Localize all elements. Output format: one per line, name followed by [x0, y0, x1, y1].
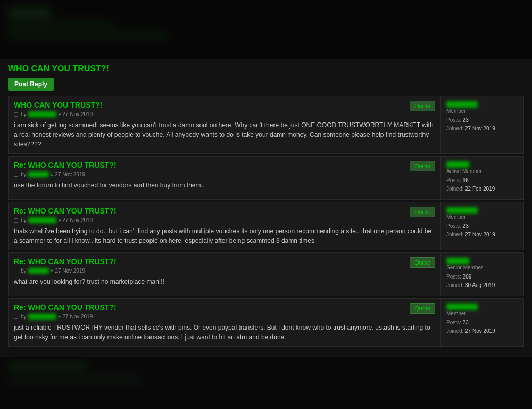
user-stats: Posts: 23 Joined: 27 Nov 2019: [446, 116, 518, 133]
page-title: WHO CAN YOU TRUST?!: [8, 64, 524, 73]
user-stats: Posts: 209 Joined: 30 Aug 2019: [446, 273, 518, 290]
posts-stat: Posts: 23: [446, 116, 518, 125]
author-username: ███████: [446, 207, 478, 214]
posts-stat: Posts: 23: [446, 318, 518, 327]
joined-date: 27 Nov 2019: [465, 126, 495, 132]
quote-button[interactable]: Quote: [410, 161, 435, 171]
user-role: Active Member: [446, 168, 518, 174]
post-meta: by █████ » 27 Nov 2019: [14, 268, 410, 274]
post-meta: by █████ » 27 Nov 2019: [14, 171, 410, 177]
date-separator: » 27 Nov 2019: [58, 217, 93, 223]
posts-stat: Posts: 66: [446, 176, 518, 185]
post-meta: by ███████ » 27 Nov 2019: [14, 111, 410, 117]
post-sidebar: ███████ Member Posts: 23 Joined: 27 Nov …: [441, 96, 523, 153]
joined-date: 22 Feb 2019: [465, 186, 495, 192]
post-content: use the forum to find vouched for vendor…: [14, 181, 435, 190]
post-author: ███████: [28, 217, 57, 223]
posts-count: 66: [463, 177, 469, 183]
post-item: Re: WHO CAN YOU TRUST?! by ███████ » 27 …: [8, 202, 524, 250]
quote-icon: [14, 315, 18, 319]
post-reply-button[interactable]: Post Reply: [8, 78, 54, 91]
post-meta: by ███████ » 27 Nov 2019: [14, 314, 410, 320]
post-title: Re: WHO CAN YOU TRUST?!: [14, 303, 410, 312]
quote-icon: [14, 173, 18, 177]
author-username: █████: [446, 258, 469, 264]
posts-stat: Posts: 209: [446, 273, 518, 281]
post-body: Re: WHO CAN YOU TRUST?! by █████ » 27 No…: [9, 253, 441, 296]
post-content: i am sick of getting scammed! seems like…: [14, 120, 435, 149]
post-item: WHO CAN YOU TRUST?! by ███████ » 27 Nov …: [8, 96, 524, 154]
joined-date: 30 Aug 2019: [465, 282, 495, 288]
post-sidebar: ███████ Member Posts: 23 Joined: 27 Nov …: [441, 299, 523, 346]
user-stats: Posts: 23 Joined: 27 Nov 2019: [446, 318, 518, 336]
post-author: ███████: [28, 111, 57, 117]
quote-button[interactable]: Quote: [410, 207, 435, 217]
quote-button[interactable]: Quote: [410, 101, 435, 111]
bottom-blurred-area: [0, 357, 532, 409]
post-content: just a reliable TRUSTWORTHY vendor that …: [14, 323, 435, 342]
post-item: Re: WHO CAN YOU TRUST?! by ███████ » 27 …: [8, 298, 524, 347]
posts-count: 23: [463, 223, 469, 229]
post-sidebar: █████ Senior Member Posts: 209 Joined: 3…: [441, 253, 523, 296]
by-label: by: [21, 111, 27, 117]
post-item: Re: WHO CAN YOU TRUST?! by █████ » 27 No…: [8, 156, 524, 200]
post-sidebar: ███████ Member Posts: 23 Joined: 27 Nov …: [441, 202, 523, 250]
posts-count: 23: [463, 320, 469, 325]
user-stats: Posts: 23 Joined: 27 Nov 2019: [446, 222, 518, 239]
user-role: Member: [446, 214, 518, 220]
post-title: Re: WHO CAN YOU TRUST?!: [14, 257, 410, 266]
top-navigation-blurred: [0, 0, 532, 59]
author-username: ███████: [446, 101, 478, 108]
post-body: WHO CAN YOU TRUST?! by ███████ » 27 Nov …: [9, 96, 441, 153]
posts-count: 23: [463, 117, 469, 123]
main-content: WHO CAN YOU TRUST?! Post Reply WHO CAN Y…: [0, 59, 532, 354]
author-username: ███████: [446, 304, 478, 310]
post-author: █████: [28, 268, 49, 274]
date-separator: » 27 Nov 2019: [58, 314, 93, 320]
quote-button[interactable]: Quote: [410, 303, 435, 314]
joined-stat: Joined: 27 Nov 2019: [446, 327, 518, 336]
post-title: WHO CAN YOU TRUST?!: [14, 101, 410, 109]
quote-icon: [14, 218, 18, 223]
joined-stat: Joined: 27 Nov 2019: [446, 231, 518, 239]
post-title: Re: WHO CAN YOU TRUST?!: [14, 161, 410, 169]
post-sidebar: █████ Active Member Posts: 66 Joined: 22…: [441, 157, 523, 199]
post-title: Re: WHO CAN YOU TRUST?!: [14, 207, 410, 215]
date-separator: » 27 Nov 2019: [51, 268, 85, 274]
user-role: Member: [446, 108, 518, 114]
by-label: by: [21, 314, 27, 320]
post-content: thats what i've been trying to do.. but …: [14, 226, 435, 246]
post-body: Re: WHO CAN YOU TRUST?! by ███████ » 27 …: [9, 202, 441, 250]
joined-stat: Joined: 22 Feb 2019: [446, 185, 518, 193]
joined-date: 27 Nov 2019: [465, 328, 495, 334]
by-label: by: [21, 171, 27, 177]
post-author: █████: [28, 171, 49, 177]
user-stats: Posts: 66 Joined: 22 Feb 2019: [446, 176, 518, 193]
posts-container: WHO CAN YOU TRUST?! by ███████ » 27 Nov …: [8, 96, 524, 347]
quote-icon: [14, 112, 18, 117]
post-body: Re: WHO CAN YOU TRUST?! by █████ » 27 No…: [9, 157, 441, 199]
quote-icon: [14, 269, 18, 273]
by-label: by: [21, 268, 27, 274]
posts-stat: Posts: 23: [446, 222, 518, 231]
post-author: ███████: [28, 314, 57, 320]
date-separator: » 27 Nov 2019: [58, 111, 93, 117]
joined-stat: Joined: 27 Nov 2019: [446, 125, 518, 133]
post-body: Re: WHO CAN YOU TRUST?! by ███████ » 27 …: [9, 299, 441, 346]
joined-stat: Joined: 30 Aug 2019: [446, 281, 518, 290]
post-item: Re: WHO CAN YOU TRUST?! by █████ » 27 No…: [8, 252, 524, 296]
user-role: Senior Member: [446, 265, 518, 271]
user-role: Member: [446, 310, 518, 316]
by-label: by: [21, 217, 27, 223]
author-username: █████: [446, 161, 469, 168]
post-content: what are you looking for? trust no marke…: [14, 277, 435, 287]
joined-date: 27 Nov 2019: [465, 232, 495, 238]
quote-button[interactable]: Quote: [410, 257, 435, 268]
post-meta: by ███████ » 27 Nov 2019: [14, 217, 410, 223]
date-separator: » 27 Nov 2019: [51, 171, 85, 177]
posts-count: 209: [463, 274, 472, 280]
